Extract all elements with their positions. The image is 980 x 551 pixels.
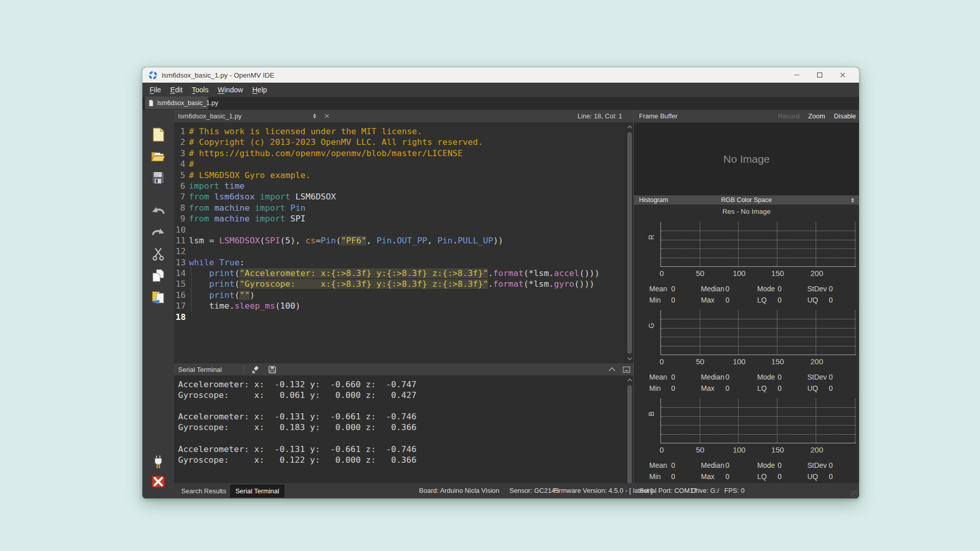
- channel-stats: Mean0Median0Mode0StDev0Min0Max0LQ0UQ0: [649, 460, 857, 482]
- menu-tools[interactable]: Tools: [187, 84, 213, 96]
- frame-buffer-view: No Image: [634, 123, 859, 195]
- resize-grip[interactable]: [851, 490, 858, 497]
- terminal-line: Accelerometer: x: -0.132 y: -0.660 z: -0…: [178, 379, 633, 390]
- terminal-line: Gyroscope: x: 0.183 y: 0.000 z: 0.366: [178, 422, 633, 433]
- menu-file[interactable]: File: [145, 84, 166, 96]
- close-button[interactable]: [831, 67, 854, 83]
- disconnect-button[interactable]: [151, 475, 166, 490]
- status-fps: FPS: 0: [724, 487, 745, 494]
- status-serial-port: Serial Port: COM17: [640, 487, 697, 494]
- zoom-button[interactable]: Zoom: [808, 112, 825, 120]
- undo-button[interactable]: [151, 205, 166, 220]
- stat-mode: Mode0: [757, 461, 807, 469]
- code-line-2: 2# Copyright (c) 2013-2023 OpenMV LLC. A…: [176, 137, 633, 147]
- statusbar-tab-search-results[interactable]: Search Results: [177, 485, 231, 497]
- file-icon: [148, 99, 154, 107]
- code-line-18: 18: [176, 312, 633, 322]
- terminal-line: Gyroscope: x: 0.061 y: 0.000 z: 0.427: [178, 390, 633, 400]
- histogram-channel-r: R050100150200Mean0Median0Mode0StDev0Min0…: [634, 218, 859, 306]
- new-file-button[interactable]: [151, 128, 166, 143]
- main-area: lsm6dsox_basic_1.py Line: 18, Col: 1 1# …: [142, 110, 859, 498]
- menu-help[interactable]: Help: [248, 84, 272, 96]
- scroll-up-icon[interactable]: [626, 123, 633, 131]
- serial-terminal-title: Serial Terminal: [178, 366, 222, 373]
- frame-buffer-header: Frame Buffer Record Zoom Disable: [634, 110, 859, 123]
- openmv-ide-window: lsm6dsox_basic_1.py - OpenMV IDE FileEdi…: [142, 67, 860, 499]
- menu-edit[interactable]: Edit: [166, 84, 187, 96]
- save-log-icon[interactable]: [268, 365, 277, 374]
- code-area: 1# This work is licensed under the MIT l…: [174, 123, 633, 322]
- connect-button[interactable]: [151, 456, 166, 471]
- editor-scrollbar[interactable]: [625, 123, 633, 363]
- stat-stdev: StDev0: [807, 285, 857, 293]
- code-line-3: 3# https://github.com/openmv/openmv/blob…: [176, 148, 633, 159]
- histogram-channel-b: B050100150200Mean0Median0Mode0StDev0Min0…: [634, 394, 859, 483]
- frame-buffer-title: Frame Buffer: [639, 112, 678, 120]
- maximize-button[interactable]: [808, 67, 831, 83]
- collapse-terminal-icon[interactable]: [608, 367, 616, 371]
- statusbar-tab-serial-terminal[interactable]: Serial Terminal: [231, 485, 284, 497]
- record-button: Record: [778, 112, 799, 120]
- terminal-scrollbar[interactable]: [625, 376, 633, 498]
- tab-label: lsm6dsox_basic_1.py: [157, 99, 218, 107]
- code-line-5: 5# LSM6DSOX Gyro example.: [176, 170, 633, 181]
- window-controls: [785, 67, 854, 83]
- stat-stdev: StDev0: [807, 461, 857, 469]
- stat-mean: Mean0: [649, 285, 701, 293]
- stat-lq: LQ0: [757, 472, 807, 481]
- stat-max: Max0: [701, 384, 757, 392]
- editor-header: lsm6dsox_basic_1.py Line: 18, Col: 1: [174, 110, 633, 123]
- code-line-9: 9from machine import SPI: [176, 213, 633, 224]
- symbol-selector-dropdown[interactable]: lsm6dsox_basic_1.py: [178, 112, 317, 120]
- open-file-button[interactable]: [151, 149, 166, 165]
- save-file-icon: [151, 170, 165, 187]
- menu-window[interactable]: Window: [213, 84, 248, 96]
- channel-plot: [660, 222, 856, 267]
- code-line-12: 12: [176, 246, 633, 257]
- channel-plot: [660, 398, 856, 443]
- editor-scroll-thumb[interactable]: [627, 132, 632, 354]
- channel-plot: [660, 310, 856, 355]
- terminal-line: [178, 433, 633, 443]
- detach-terminal-icon[interactable]: [623, 366, 630, 373]
- code-line-7: 7from lsm6dsox import LSM6DSOX: [176, 191, 633, 202]
- code-line-6: 6import time: [176, 181, 633, 191]
- stat-max: Max0: [701, 296, 757, 304]
- code-line-14: 14 print("Accelerometer: x:{:>8.3f} y:{:…: [176, 268, 633, 279]
- terminal-line: Gyroscope: x: 0.122 y: 0.000 z: 0.366: [178, 455, 633, 465]
- status-bar: Search ResultsSerial Terminal Board: Ard…: [174, 483, 859, 498]
- color-space-dropdown[interactable]: RGB Color Space: [634, 196, 859, 204]
- updown-arrows-icon[interactable]: [850, 197, 855, 204]
- save-file-button[interactable]: [151, 171, 166, 186]
- tab-lsm6dsox-basic-1[interactable]: lsm6dsox_basic_1.py: [145, 96, 208, 109]
- undo-icon: [151, 204, 165, 220]
- paste-button[interactable]: [151, 290, 166, 306]
- code-editor[interactable]: 1# This work is licensed under the MIT l…: [174, 123, 633, 363]
- minimize-button[interactable]: [785, 67, 808, 83]
- scroll-down-icon[interactable]: [626, 355, 633, 363]
- channel-stats: Mean0Median0Mode0StDev0Min0Max0LQ0UQ0: [649, 371, 857, 394]
- stat-lq: LQ0: [757, 384, 807, 392]
- stat-lq: LQ0: [757, 296, 807, 304]
- code-line-16: 16 print(""): [176, 290, 633, 300]
- terminal-scroll-thumb[interactable]: [627, 385, 632, 489]
- disable-button[interactable]: Disable: [834, 112, 856, 120]
- connect-icon: [151, 455, 165, 471]
- clear-terminal-icon[interactable]: [252, 365, 260, 374]
- cut-button[interactable]: [151, 247, 166, 263]
- stat-uq: UQ0: [807, 296, 857, 304]
- code-line-17: 17 time.sleep_ms(100): [176, 300, 633, 311]
- serial-terminal-output[interactable]: Accelerometer: x: -0.132 y: -0.660 z: -0…: [174, 376, 633, 498]
- editor-close-icon[interactable]: [324, 113, 330, 119]
- cut-icon: [151, 247, 165, 263]
- open-file-icon: [151, 149, 165, 165]
- terminal-text: Accelerometer: x: -0.132 y: -0.660 z: -0…: [174, 376, 633, 465]
- stat-mode: Mode0: [757, 373, 807, 381]
- status-sensor: Sensor: GC2145: [509, 487, 559, 494]
- scroll-up-icon[interactable]: [626, 376, 633, 384]
- copy-icon: [151, 268, 165, 285]
- redo-button[interactable]: [151, 226, 166, 241]
- terminal-line: Accelerometer: x: -0.131 y: -0.661 z: -0…: [178, 444, 633, 455]
- title-bar: lsm6dsox_basic_1.py - OpenMV IDE: [142, 67, 859, 83]
- copy-button[interactable]: [151, 269, 166, 284]
